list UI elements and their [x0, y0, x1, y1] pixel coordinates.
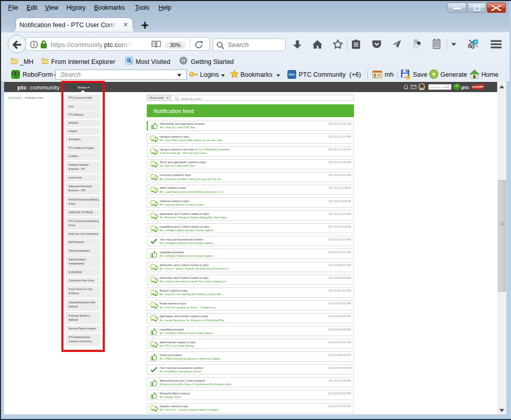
svg-text:PTC: PTC	[289, 73, 296, 76]
